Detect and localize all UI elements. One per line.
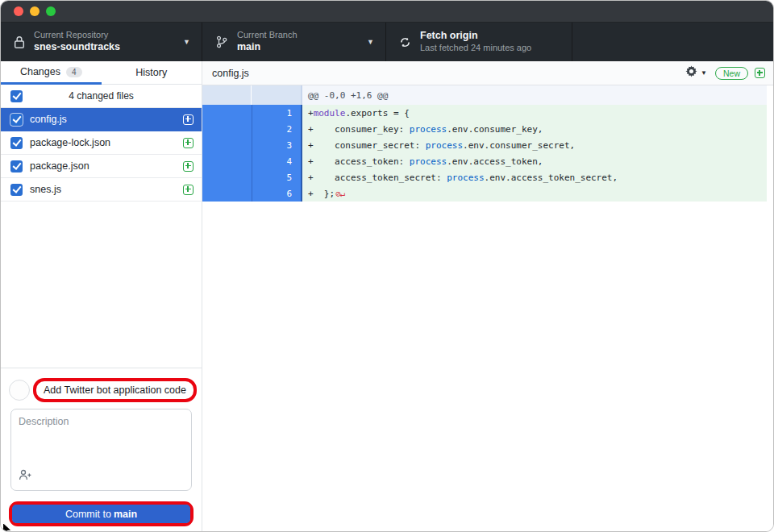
old-line-gutter	[202, 185, 252, 202]
code-segment: .exports = {	[345, 108, 409, 118]
added-status-icon	[183, 161, 194, 172]
code-line: + };⊘↵	[302, 185, 767, 202]
line-gutter[interactable]: 1	[202, 105, 302, 121]
chevron-down-icon: ▼	[701, 69, 707, 77]
diff-line[interactable]: 3 + consumer_secret: process.env.consume…	[202, 137, 767, 153]
commit-button-highlight-annotation: Commit to main	[9, 501, 194, 526]
old-line-gutter	[202, 169, 252, 185]
zoom-window-button[interactable]	[46, 6, 56, 16]
old-line-gutter	[202, 153, 252, 169]
file-checkbox[interactable]	[10, 137, 23, 149]
line-number: 6	[252, 185, 301, 202]
code-segment: .env.consumer_key,	[447, 124, 543, 135]
file-name: config.js	[30, 114, 183, 125]
code-line: + consumer_secret: process.env.consumer_…	[302, 137, 767, 153]
person-plus-icon[interactable]	[19, 469, 32, 484]
file-checkbox[interactable]	[10, 184, 23, 196]
code-segment: .env.consumer_secret,	[463, 140, 575, 151]
diff-view[interactable]: @@ -0,0 +1,6 @@ 1 +module.exports = { 2 …	[202, 85, 767, 202]
code-identifier: process	[426, 140, 463, 151]
diff-line[interactable]: 1 +module.exports = {	[202, 105, 767, 121]
commit-button-prefix: Commit to	[65, 509, 111, 520]
code-line: +module.exports = {	[302, 105, 767, 121]
code-segment: .env.access_token_secret,	[485, 172, 618, 183]
repository-name: snes-soundtracks	[34, 41, 120, 54]
code-segment: + consumer_key:	[308, 124, 410, 135]
added-status-icon	[183, 185, 194, 195]
diff-line[interactable]: 6 + };⊘↵	[202, 185, 767, 202]
sidebar-tabs: Changes 4 History	[1, 61, 202, 85]
gear-icon	[685, 65, 697, 81]
description-placeholder: Description	[19, 416, 184, 427]
sidebar-spacer	[1, 202, 202, 368]
close-window-button[interactable]	[14, 6, 23, 16]
new-status-badge: New	[715, 67, 748, 80]
tab-changes-label: Changes	[20, 66, 60, 77]
hunk-header-text: @@ -0,0 +1,6 @@	[302, 85, 767, 105]
file-name: package.json	[30, 160, 183, 172]
code-segment: + access_token:	[308, 156, 410, 167]
old-line-gutter	[202, 121, 252, 137]
commit-description-input[interactable]: Description	[10, 409, 192, 491]
repository-text: Current Repository snes-soundtracks	[34, 30, 120, 53]
refresh-icon	[399, 36, 411, 48]
minimize-window-button[interactable]	[30, 6, 40, 16]
file-row-snes-js[interactable]: snes.js	[1, 178, 202, 202]
commit-button[interactable]: Commit to main	[12, 505, 190, 523]
repository-label: Current Repository	[34, 30, 120, 41]
diff-file-name: config.js	[212, 68, 685, 79]
file-checkbox[interactable]	[10, 114, 23, 126]
code-identifier: process	[447, 172, 484, 183]
code-segment: + access_token_secret:	[308, 172, 447, 183]
code-segment: + };	[308, 189, 335, 199]
line-gutter[interactable]: 5	[202, 169, 302, 185]
line-number: 2	[252, 121, 301, 137]
diff-options-button[interactable]: ▼	[685, 65, 707, 81]
file-name: snes.js	[30, 184, 183, 195]
line-number: 4	[252, 153, 301, 169]
commit-button-branch: main	[114, 509, 137, 520]
hunk-gutter	[202, 85, 302, 105]
code-keyword: module	[314, 108, 346, 118]
commit-summary-row: Add Twitter bot application code	[9, 378, 194, 402]
include-all-checkbox[interactable]	[10, 90, 23, 102]
code-line: + access_token_secret: process.env.acces…	[302, 169, 767, 185]
commit-summary-input[interactable]: Add Twitter bot application code	[36, 384, 194, 396]
changes-count-badge: 4	[66, 67, 82, 77]
no-newline-icon: ⊘↵	[335, 189, 344, 199]
line-gutter[interactable]: 3	[202, 137, 302, 153]
old-line-gutter	[202, 85, 252, 105]
code-line: + consumer_key: process.env.consumer_key…	[302, 121, 767, 137]
line-gutter[interactable]: 4	[202, 153, 302, 169]
code-segment: + consumer_secret:	[308, 140, 426, 151]
current-repository-button[interactable]: Current Repository snes-soundtracks ▼	[1, 23, 202, 61]
code-line: + access_token: process.env.access_token…	[302, 153, 767, 169]
file-row-config-js[interactable]: config.js	[1, 108, 202, 131]
code-identifier: process	[410, 124, 447, 135]
diff-line[interactable]: 2 + consumer_key: process.env.consumer_k…	[202, 121, 767, 137]
file-checkbox[interactable]	[10, 160, 23, 172]
chevron-down-icon: ▼	[183, 38, 190, 46]
git-branch-icon	[215, 35, 228, 48]
file-row-package-json[interactable]: package.json	[1, 155, 202, 178]
current-branch-button[interactable]: Current Branch main ▼	[202, 23, 386, 61]
changed-files-summary: 4 changed files	[69, 90, 134, 102]
line-number: 5	[252, 169, 301, 185]
plus-square-icon	[755, 68, 765, 78]
line-gutter[interactable]: 2	[202, 121, 302, 137]
fetch-origin-button[interactable]: Fetch origin Last fetched 24 minutes ago	[386, 23, 572, 61]
lock-icon	[14, 35, 25, 49]
diff-line[interactable]: 5 + access_token_secret: process.env.acc…	[202, 169, 767, 185]
avatar	[9, 380, 30, 401]
chevron-down-icon: ▼	[367, 38, 374, 46]
fetch-text: Fetch origin Last fetched 24 minutes ago	[420, 30, 531, 53]
line-gutter[interactable]: 6	[202, 185, 302, 202]
tab-history[interactable]: History	[102, 61, 202, 85]
code-identifier: process	[410, 156, 447, 167]
toolbar: Current Repository snes-soundtracks ▼ Cu…	[1, 23, 773, 61]
diff-line[interactable]: 4 + access_token: process.env.access_tok…	[202, 153, 767, 169]
file-row-package-lock-json[interactable]: package-lock.json	[1, 131, 202, 155]
tab-changes[interactable]: Changes 4	[1, 61, 102, 85]
main-area: Changes 4 History 4 changed files config…	[1, 61, 773, 532]
old-line-gutter	[202, 137, 252, 153]
